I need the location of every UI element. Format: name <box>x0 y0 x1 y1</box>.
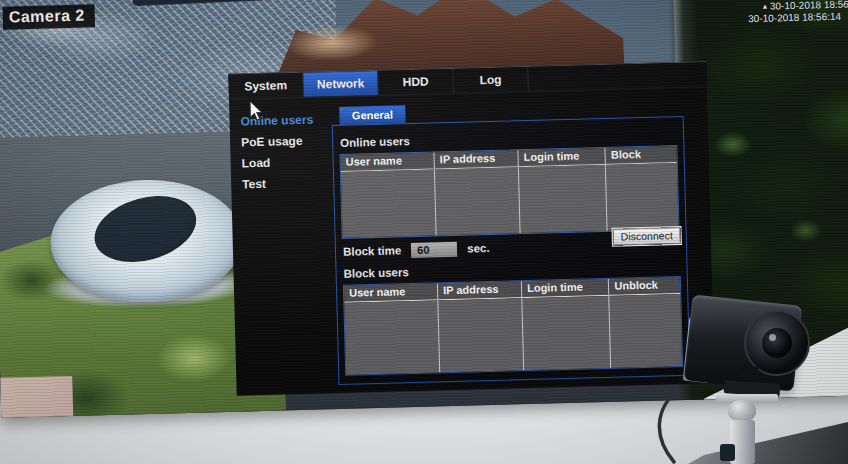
table-column <box>435 167 521 235</box>
settings-dialog: System Network HDD Log Online users PoE … <box>228 61 714 395</box>
table-column <box>438 298 524 372</box>
timestamp-overlay: ▴30-10-2018 18:56:13 30-10-2018 18:56:14 <box>691 0 848 27</box>
sidebar-item-online-users[interactable]: Online users <box>229 109 330 133</box>
table-column <box>522 296 611 370</box>
table-column <box>344 300 440 374</box>
camera-cable <box>648 388 708 464</box>
column-user-name: User name <box>340 152 434 170</box>
timestamp-text-2: 30-10-2018 18:56:14 <box>748 11 841 24</box>
mount-knuckle <box>728 400 756 422</box>
online-users-table-body <box>341 163 679 238</box>
column-ip-address: IP address <box>435 150 519 168</box>
block-time-input[interactable]: 60 <box>411 241 457 257</box>
stand-clamp <box>720 444 735 461</box>
column-login-time: Login time <box>522 279 610 297</box>
block-time-label: Block time <box>343 244 401 258</box>
column-block: Block <box>606 146 677 164</box>
tab-hdd[interactable]: HDD <box>378 69 454 95</box>
disconnect-button[interactable]: Disconnect <box>613 227 681 246</box>
security-camera <box>648 288 848 464</box>
sidebar-item-load[interactable]: Load <box>230 151 331 175</box>
photo-frame: Camera 2 ▴30-10-2018 18:56:13 30-10-2018… <box>0 0 848 464</box>
block-users-table-body <box>344 294 682 375</box>
tab-network[interactable]: Network <box>303 71 379 97</box>
general-panel: Online users User name IP address Login … <box>332 116 691 385</box>
table-column <box>341 169 437 237</box>
camera-name-overlay: Camera 2 <box>2 4 95 29</box>
table-column <box>519 165 608 233</box>
dialog-sidebar: Online users PoE usage Load Test <box>229 97 337 396</box>
camera-hood-clip <box>739 365 758 379</box>
column-ip-address: IP address <box>438 281 522 299</box>
alert-icon: ▴ <box>763 1 767 13</box>
column-login-time: Login time <box>519 148 607 166</box>
column-user-name: User name <box>344 283 438 301</box>
sidebar-item-test[interactable]: Test <box>231 172 332 196</box>
camera-feed-buildings-corner <box>0 376 73 418</box>
tab-log[interactable]: Log <box>453 67 529 93</box>
lens-glint <box>769 334 776 341</box>
table-column <box>606 163 678 231</box>
mouse-cursor-icon <box>249 101 264 125</box>
sidebar-item-poe-usage[interactable]: PoE usage <box>230 130 331 154</box>
block-users-table: User name IP address Login time Unblock <box>343 276 683 376</box>
subtab-general[interactable]: General <box>339 105 405 125</box>
camera-lens-inner <box>762 328 792 358</box>
online-users-table: User name IP address Login time Block <box>339 145 679 239</box>
tab-system[interactable]: System <box>228 73 304 99</box>
tab-bar-filler <box>528 62 707 91</box>
block-time-unit: sec. <box>467 242 490 255</box>
